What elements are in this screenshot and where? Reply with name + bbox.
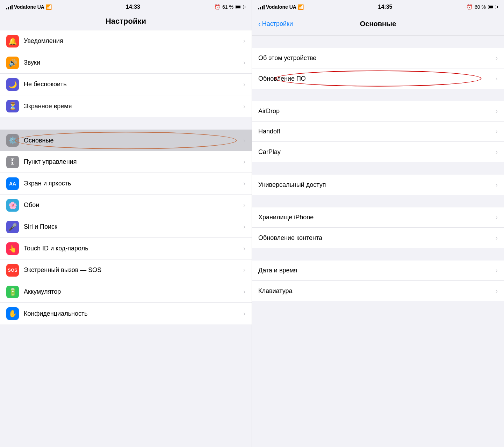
battery-tip xyxy=(245,6,245,8)
sos-icon: SOS xyxy=(6,264,19,277)
left-page-title: Настройки xyxy=(106,17,146,25)
left-time: 14:33 xyxy=(126,4,140,10)
left-status-bar: Vodafone UA 📶 14:33 ⏰ 61 % xyxy=(0,0,252,14)
chevron-right-icon: › xyxy=(243,266,245,274)
carrier-name: Vodafone UA xyxy=(266,4,296,10)
display-label: Экран и яркость xyxy=(24,180,243,187)
chevron-right-icon: › xyxy=(496,287,498,295)
right-item-about[interactable]: Об этом устройстве › xyxy=(252,48,504,68)
chevron-right-icon: › xyxy=(243,158,245,166)
right-item-iphone-storage[interactable]: Хранилище iPhone › xyxy=(252,207,504,228)
controlcenter-icon: 🎛 xyxy=(6,156,19,168)
settings-item-screentime[interactable]: ⏳ Экранное время › xyxy=(0,95,252,117)
right-item-datetime[interactable]: Дата и время › xyxy=(252,261,504,281)
general-icon: ⚙️ xyxy=(6,134,19,147)
datetime-label: Дата и время xyxy=(258,267,496,274)
chevron-right-icon: › xyxy=(496,108,498,115)
settings-item-general[interactable]: ⚙️ Основные › xyxy=(0,130,252,151)
siri-icon: 🎤 xyxy=(6,221,19,233)
settings-item-siri[interactable]: 🎤 Siri и Поиск › xyxy=(0,216,252,238)
handoff-label: Handoff xyxy=(258,128,496,135)
right-item-accessibility[interactable]: Универсальный доступ › xyxy=(252,175,504,195)
right-phone-panel: Vodafone UA 📶 14:35 ⏰ 60 % ‹ Настройки О… xyxy=(252,0,504,447)
left-phone-panel: Vodafone UA 📶 14:33 ⏰ 61 % Настройки 🔔 У… xyxy=(0,0,252,447)
back-chevron-icon: ‹ xyxy=(258,20,261,28)
group-separator-1 xyxy=(0,117,252,130)
donotdisturb-label: Не беспокоить xyxy=(24,81,243,88)
chevron-right-icon: › xyxy=(496,234,498,242)
battery-icon: 🔋 xyxy=(6,286,19,298)
bgapprefresh-label: Обновление контента xyxy=(258,234,496,242)
right-separator-top xyxy=(252,36,504,48)
chevron-right-icon: › xyxy=(243,59,245,66)
iphone-storage-label: Хранилище iPhone xyxy=(258,214,496,221)
general-label: Основные xyxy=(24,137,243,144)
right-item-softwareupdate[interactable]: Обновление ПО › xyxy=(252,68,504,89)
left-group-2: ⚙️ Основные › xyxy=(0,130,252,151)
right-group-2: AirDrop › Handoff › CarPlay › xyxy=(252,101,504,162)
alarm-icon: ⏰ xyxy=(214,4,220,10)
chevron-right-icon: › xyxy=(243,103,245,110)
battery-tip xyxy=(497,6,498,8)
sounds-label: Звуки xyxy=(24,59,243,66)
chevron-right-icon: › xyxy=(243,223,245,230)
right-separator-5 xyxy=(252,248,504,261)
wallpaper-label: Обои xyxy=(24,201,243,209)
chevron-right-icon: › xyxy=(496,148,498,156)
donotdisturb-icon: 🌙 xyxy=(6,78,19,91)
softwareupdate-label: Обновление ПО xyxy=(258,75,496,82)
chevron-right-icon: › xyxy=(496,181,498,189)
siri-label: Siri и Поиск xyxy=(24,223,243,230)
chevron-right-icon: › xyxy=(243,288,245,295)
touchid-label: Touch ID и код-пароль xyxy=(24,245,243,252)
settings-item-wallpaper[interactable]: 🌸 Обои › xyxy=(0,195,252,216)
battery-percent: 61 % xyxy=(222,4,233,10)
display-icon: AA xyxy=(6,177,19,190)
battery-body xyxy=(488,5,496,9)
about-label: Об этом устройстве xyxy=(258,54,496,62)
screentime-icon: ⏳ xyxy=(6,100,19,112)
right-separator-2 xyxy=(252,89,504,101)
chevron-right-icon: › xyxy=(243,81,245,88)
chevron-right-icon: › xyxy=(496,75,498,82)
settings-item-display[interactable]: AA Экран и яркость › xyxy=(0,173,252,195)
right-item-bgapprefresh[interactable]: Обновление контента › xyxy=(252,228,504,248)
chevron-right-icon: › xyxy=(496,54,498,62)
battery-label: Аккумулятор xyxy=(24,288,243,295)
right-item-handoff[interactable]: Handoff › xyxy=(252,122,504,142)
chevron-right-icon: › xyxy=(243,180,245,187)
notifications-icon: 🔔 xyxy=(6,35,19,47)
battery-indicator xyxy=(236,5,245,9)
right-item-airdrop[interactable]: AirDrop › xyxy=(252,101,504,122)
right-group-3: Универсальный доступ › xyxy=(252,175,504,195)
settings-item-battery[interactable]: 🔋 Аккумулятор › xyxy=(0,281,252,303)
settings-item-privacy[interactable]: ✋ Конфиденциальность › xyxy=(0,303,252,324)
left-status-left: Vodafone UA 📶 xyxy=(6,4,52,10)
left-group-3: 🎛 Пункт управления › AA Экран и яркость … xyxy=(0,151,252,324)
wallpaper-icon: 🌸 xyxy=(6,199,19,212)
battery-percent: 60 % xyxy=(475,4,486,10)
settings-item-notifications[interactable]: 🔔 Уведомления › xyxy=(0,30,252,52)
settings-item-donotdisturb[interactable]: 🌙 Не беспокоить › xyxy=(0,74,252,95)
right-item-carplay[interactable]: CarPlay › xyxy=(252,142,504,162)
carrier-name: Vodafone UA xyxy=(14,4,44,10)
right-item-keyboard[interactable]: Клавиатура › xyxy=(252,281,504,301)
battery-fill xyxy=(236,6,240,8)
touchid-icon: 👆 xyxy=(6,242,19,255)
privacy-label: Конфиденциальность xyxy=(24,310,243,317)
settings-item-touchid[interactable]: 👆 Touch ID и код-пароль › xyxy=(0,238,252,259)
chevron-right-icon: › xyxy=(243,201,245,209)
right-separator-4 xyxy=(252,195,504,207)
back-button[interactable]: ‹ Настройки xyxy=(258,20,293,28)
right-group-5: Дата и время › Клавиатура › xyxy=(252,261,504,301)
settings-item-sos[interactable]: SOS Экстренный вызов — SOS › xyxy=(0,259,252,281)
chevron-right-icon: › xyxy=(243,37,245,45)
wifi-icon: 📶 xyxy=(46,4,52,10)
accessibility-label: Универсальный доступ xyxy=(258,181,496,189)
settings-item-controlcenter[interactable]: 🎛 Пункт управления › xyxy=(0,151,252,173)
privacy-icon: ✋ xyxy=(6,307,19,320)
chevron-right-icon: › xyxy=(496,128,498,135)
left-status-right: ⏰ 61 % xyxy=(214,4,245,10)
sos-label: Экстренный вызов — SOS xyxy=(24,266,243,274)
settings-item-sounds[interactable]: 🔊 Звуки › xyxy=(0,52,252,74)
